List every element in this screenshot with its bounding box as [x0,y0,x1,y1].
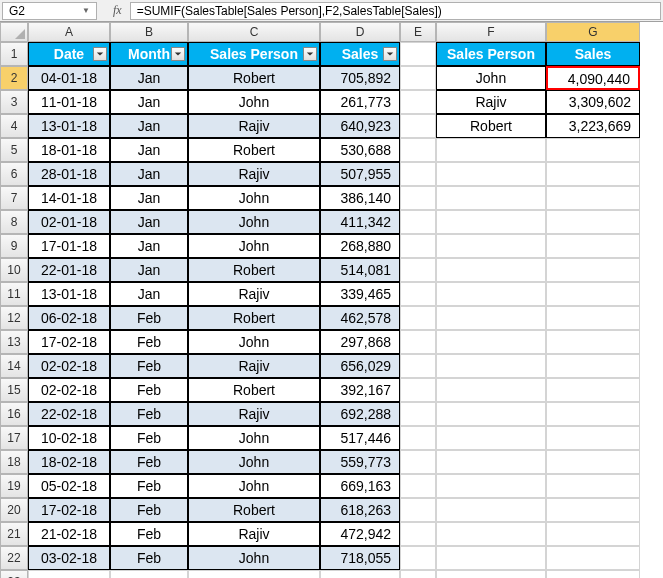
column-header-D[interactable]: D [320,22,400,42]
row-header-9[interactable]: 9 [0,234,28,258]
column-header-E[interactable]: E [400,22,436,42]
empty-cell[interactable] [436,522,546,546]
empty-cell[interactable] [546,234,640,258]
table-cell[interactable]: Feb [110,330,188,354]
row-header-5[interactable]: 5 [0,138,28,162]
row-header-7[interactable]: 7 [0,186,28,210]
table-cell[interactable]: Feb [110,354,188,378]
empty-cell[interactable] [436,450,546,474]
empty-cell[interactable] [436,330,546,354]
table-cell[interactable]: Robert [188,306,320,330]
empty-cell[interactable] [546,546,640,570]
empty-cell[interactable] [400,378,436,402]
table-cell[interactable]: 02-02-18 [28,354,110,378]
table-cell[interactable]: Rajiv [188,354,320,378]
empty-cell[interactable] [400,450,436,474]
summary-cell[interactable]: John [436,66,546,90]
empty-cell[interactable] [400,258,436,282]
table-cell[interactable]: Feb [110,546,188,570]
filter-dropdown-icon[interactable] [303,47,317,61]
summary-header-sales-person[interactable]: Sales Person [436,42,546,66]
empty-cell[interactable] [546,498,640,522]
row-header-10[interactable]: 10 [0,258,28,282]
table-cell[interactable]: 11-01-18 [28,90,110,114]
table-cell[interactable]: 530,688 [320,138,400,162]
table-cell[interactable]: Jan [110,114,188,138]
empty-cell[interactable] [400,474,436,498]
table-cell[interactable]: John [188,450,320,474]
empty-cell[interactable] [320,570,400,578]
table-cell[interactable]: 18-02-18 [28,450,110,474]
empty-cell[interactable] [400,210,436,234]
empty-cell[interactable] [436,570,546,578]
table-cell[interactable]: 517,446 [320,426,400,450]
table-cell[interactable]: Jan [110,66,188,90]
row-header-4[interactable]: 4 [0,114,28,138]
empty-cell[interactable] [400,426,436,450]
empty-cell[interactable] [400,162,436,186]
empty-cell[interactable] [546,258,640,282]
row-header-13[interactable]: 13 [0,330,28,354]
empty-cell[interactable] [546,378,640,402]
empty-cell[interactable] [436,162,546,186]
table-cell[interactable]: 28-01-18 [28,162,110,186]
table-cell[interactable]: 13-01-18 [28,114,110,138]
table-cell[interactable]: 392,167 [320,378,400,402]
table-header-sales[interactable]: Sales [320,42,400,66]
empty-cell[interactable] [400,90,436,114]
empty-cell[interactable] [436,402,546,426]
table-cell[interactable]: 692,288 [320,402,400,426]
table-cell[interactable]: Robert [188,258,320,282]
formula-bar[interactable]: =SUMIF(SalesTable[Sales Person],F2,Sales… [130,2,661,20]
select-all-corner[interactable] [0,22,28,42]
table-cell[interactable]: Rajiv [188,162,320,186]
row-header-21[interactable]: 21 [0,522,28,546]
empty-cell[interactable] [546,570,640,578]
table-cell[interactable]: Feb [110,474,188,498]
table-cell[interactable]: Rajiv [188,522,320,546]
filter-dropdown-icon[interactable] [171,47,185,61]
table-cell[interactable]: Feb [110,306,188,330]
empty-cell[interactable] [400,114,436,138]
empty-cell[interactable] [436,378,546,402]
row-header-2[interactable]: 2 [0,66,28,90]
column-header-C[interactable]: C [188,22,320,42]
filter-dropdown-icon[interactable] [383,47,397,61]
empty-cell[interactable] [546,306,640,330]
table-cell[interactable]: Robert [188,498,320,522]
empty-cell[interactable] [546,522,640,546]
row-header-23[interactable]: 23 [0,570,28,578]
table-cell[interactable]: 268,880 [320,234,400,258]
table-cell[interactable]: 514,081 [320,258,400,282]
empty-cell[interactable] [400,66,436,90]
empty-cell[interactable] [546,330,640,354]
table-cell[interactable]: 411,342 [320,210,400,234]
empty-cell[interactable] [400,522,436,546]
table-cell[interactable]: John [188,90,320,114]
empty-cell[interactable] [436,354,546,378]
table-cell[interactable]: Jan [110,234,188,258]
empty-cell[interactable] [546,186,640,210]
empty-cell[interactable] [400,546,436,570]
column-header-B[interactable]: B [110,22,188,42]
table-cell[interactable]: Robert [188,66,320,90]
table-cell[interactable]: 507,955 [320,162,400,186]
empty-cell[interactable] [546,282,640,306]
empty-cell[interactable] [400,330,436,354]
table-cell[interactable]: 718,055 [320,546,400,570]
table-cell[interactable]: Jan [110,282,188,306]
row-header-3[interactable]: 3 [0,90,28,114]
table-cell[interactable]: Rajiv [188,282,320,306]
empty-cell[interactable] [546,162,640,186]
empty-cell[interactable] [436,210,546,234]
table-cell[interactable]: 03-02-18 [28,546,110,570]
table-cell[interactable]: Rajiv [188,402,320,426]
summary-header-sales[interactable]: Sales [546,42,640,66]
table-cell[interactable]: 559,773 [320,450,400,474]
table-cell[interactable]: 640,923 [320,114,400,138]
empty-cell[interactable] [436,282,546,306]
table-cell[interactable]: 297,868 [320,330,400,354]
name-box[interactable]: G2 ▼ [2,2,97,20]
row-header-22[interactable]: 22 [0,546,28,570]
empty-cell[interactable] [436,258,546,282]
